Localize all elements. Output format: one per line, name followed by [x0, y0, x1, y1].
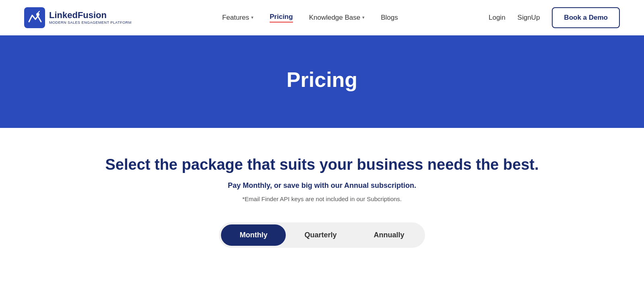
billing-toggle: Monthly Quarterly Annually — [219, 222, 425, 248]
nav-links: Features ▾ Pricing Knowledge Base ▾ Blog… — [222, 13, 398, 23]
nav-actions: Login SignUp Book a Demo — [489, 7, 620, 28]
billing-monthly-button[interactable]: Monthly — [221, 224, 286, 246]
nav-features[interactable]: Features ▾ — [222, 14, 254, 22]
hero-title: Pricing — [0, 68, 644, 92]
logo-name: LinkedFusion — [49, 10, 132, 20]
login-link[interactable]: Login — [489, 14, 506, 22]
hero-banner: Pricing — [0, 35, 644, 128]
billing-quarterly-button[interactable]: Quarterly — [286, 224, 355, 246]
main-content: Select the package that suits your busin… — [0, 128, 644, 272]
nav-blogs[interactable]: Blogs — [381, 14, 398, 22]
section-heading: Select the package that suits your busin… — [0, 156, 644, 173]
section-subtext: Pay Monthly, or save big with our Annual… — [0, 181, 644, 190]
svg-point-1 — [36, 13, 39, 16]
logo-icon — [24, 7, 45, 28]
navbar: LinkedFusion MODERN SALES ENGAGEMENT PLA… — [0, 0, 644, 35]
logo-text: LinkedFusion MODERN SALES ENGAGEMENT PLA… — [49, 10, 132, 24]
logo-link[interactable]: LinkedFusion MODERN SALES ENGAGEMENT PLA… — [24, 7, 132, 28]
signup-link[interactable]: SignUp — [518, 14, 540, 22]
billing-annually-button[interactable]: Annually — [355, 224, 423, 246]
nav-pricing[interactable]: Pricing — [270, 13, 293, 23]
book-demo-button[interactable]: Book a Demo — [552, 7, 620, 28]
logo-tagline: MODERN SALES ENGAGEMENT PLATFORM — [49, 21, 132, 25]
chevron-down-icon: ▾ — [251, 15, 254, 20]
nav-knowledge-base[interactable]: Knowledge Base ▾ — [309, 14, 365, 22]
chevron-down-icon-2: ▾ — [362, 15, 365, 20]
section-note: *Email Finder API keys are not included … — [0, 195, 644, 202]
